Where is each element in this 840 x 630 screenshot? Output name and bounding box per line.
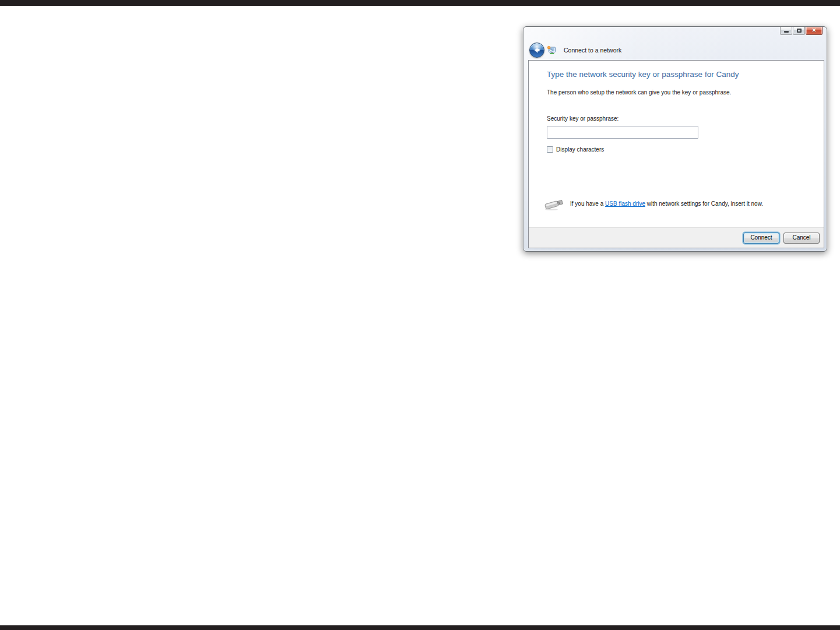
dialog-body: Type the network security key or passphr… [528,60,824,248]
connect-button[interactable]: Connect [743,233,779,244]
cancel-button[interactable]: Cancel [783,233,820,244]
back-arrow-icon [533,46,541,54]
usb-flash-drive-link[interactable]: USB flash drive [605,200,645,207]
minimize-button[interactable] [780,27,792,35]
navigation-bar: Connect to a network [529,43,621,58]
display-characters-checkbox[interactable] [547,146,553,153]
caption-buttons: ✕ [779,27,823,35]
network-wizard-icon [546,45,557,55]
page-top-rule [0,0,840,6]
usb-flash-drive-icon [543,197,565,211]
maximize-icon [797,29,802,33]
page-bottom-rule [0,625,840,630]
window-title: Connect to a network [564,47,621,54]
minimize-icon [784,31,789,33]
dialog-content: Type the network security key or passphr… [529,61,824,227]
maximize-button[interactable] [793,27,805,35]
dialog-footer: Connect Cancel [529,227,824,248]
main-instruction: Type the network security key or passphr… [547,70,739,79]
usb-hint-suffix: with network settings for Candy, insert … [645,200,763,207]
display-characters-row[interactable]: Display characters [547,146,604,153]
close-icon: ✕ [812,28,817,33]
usb-hint-row: If you have a USB flash drive with netwo… [543,197,763,211]
display-characters-label: Display characters [556,146,604,153]
security-key-label: Security key or passphrase: [547,115,618,122]
usb-hint-text: If you have a USB flash drive with netwo… [570,200,763,207]
back-button[interactable] [529,43,544,58]
usb-hint-prefix: If you have a [570,200,605,207]
security-key-input[interactable] [547,126,698,139]
connect-to-network-window: ✕ Connect to a network Type the network … [523,26,827,252]
description-text: The person who setup the network can giv… [547,89,731,96]
close-button[interactable]: ✕ [806,27,823,35]
